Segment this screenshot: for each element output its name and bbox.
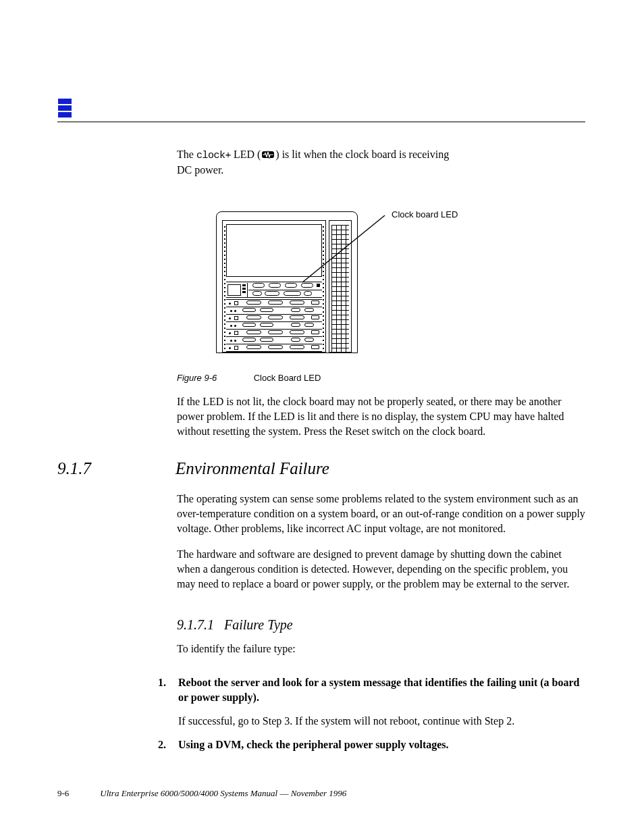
- subsection-number-title: 9.1.7.1 Failure Type: [177, 617, 293, 632]
- step-item: 2. Using a DVM, check the peripheral pow…: [158, 737, 587, 752]
- svg-rect-2: [58, 112, 72, 118]
- subsection-heading: 9.1.7.1 Failure Type: [177, 617, 293, 633]
- chapter-marker-icon: [57, 98, 72, 118]
- step-note: If successful, go to Step 3. If the syst…: [178, 714, 587, 729]
- figure-title: Clock Board LED: [254, 373, 321, 383]
- step-bold-text: Reboot the server and look for a system …: [178, 677, 580, 703]
- svg-rect-1: [58, 105, 72, 111]
- chassis-illustration: [216, 211, 358, 353]
- step-number: 1.: [158, 675, 178, 705]
- text: The: [177, 149, 196, 160]
- figure-caption: Figure 9-6 Clock Board LED: [177, 373, 321, 383]
- svg-rect-0: [58, 99, 72, 104]
- section-body: The operating system can sense some prob…: [177, 492, 587, 602]
- heartbeat-icon: [262, 150, 274, 159]
- text: ) is lit when the clock board is receivi…: [275, 149, 449, 160]
- section-heading: 9.1.7Environmental Failure: [57, 459, 329, 478]
- paragraph-text: The operating system can sense some prob…: [177, 492, 587, 536]
- page: The clock+ LED () is lit when the clock …: [0, 0, 644, 834]
- doc-title: Ultra Enterprise 6000/5000/4000 Systems …: [100, 788, 277, 798]
- step-item: 1. Reboot the server and look for a syst…: [158, 675, 587, 705]
- text: DC power.: [177, 164, 223, 176]
- section-number: 9.1.7: [57, 459, 176, 478]
- page-footer: 9-6 Ultra Enterprise 6000/5000/4000 Syst…: [57, 788, 587, 799]
- doc-separator: —: [279, 788, 288, 798]
- page-number: 9-6: [57, 788, 98, 799]
- body-paragraph: If the LED is not lit, the clock board m…: [177, 394, 587, 450]
- paragraph-text: The hardware and software are designed t…: [177, 547, 587, 592]
- paragraph-text: If the LED is not lit, the clock board m…: [177, 394, 587, 439]
- inline-code: clock+: [196, 150, 231, 161]
- header-rule: [57, 122, 585, 122]
- doc-date: November 1996: [291, 788, 347, 798]
- subsection-body: To identify the failure type:: [177, 642, 587, 656]
- text: LED (: [231, 149, 261, 160]
- procedure-steps: 1. Reboot the server and look for a syst…: [158, 675, 587, 761]
- figure-number: Figure 9-6: [177, 373, 251, 383]
- body-paragraph: The clock+ LED () is lit when the clock …: [177, 147, 587, 178]
- section-title: Environmental Failure: [176, 459, 329, 477]
- callout-label: Clock board LED: [392, 209, 458, 219]
- step-number: 2.: [158, 737, 178, 752]
- figure: [216, 211, 358, 353]
- step-bold-text: Using a DVM, check the peripheral power …: [178, 739, 449, 750]
- paragraph-text: To identify the failure type:: [177, 643, 296, 654]
